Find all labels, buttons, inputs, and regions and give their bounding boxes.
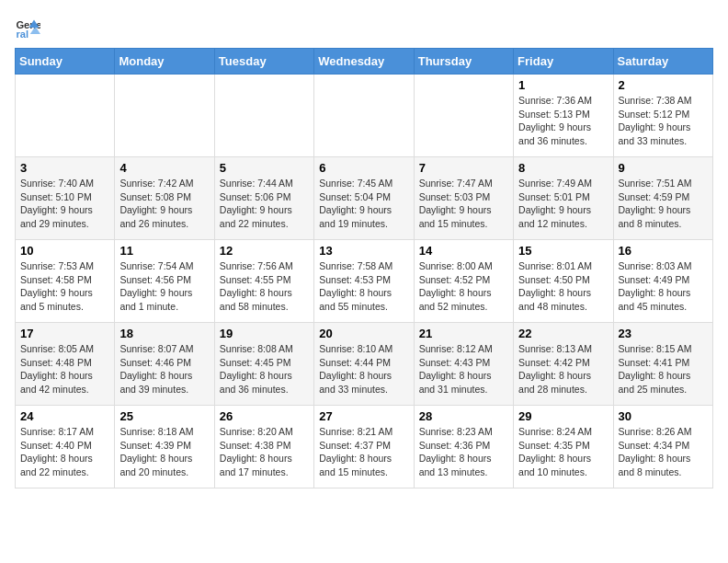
calendar-cell: 19Sunrise: 8:08 AM Sunset: 4:45 PM Dayli… [214,323,313,406]
day-detail: Sunrise: 8:21 AM Sunset: 4:37 PM Dayligh… [319,425,408,479]
calendar-cell: 3Sunrise: 7:40 AM Sunset: 5:10 PM Daylig… [16,157,115,240]
day-number: 26 [220,409,309,423]
day-detail: Sunrise: 8:01 AM Sunset: 4:50 PM Dayligh… [518,259,608,314]
day-detail: Sunrise: 8:07 AM Sunset: 4:46 PM Dayligh… [119,342,209,396]
calendar-cell: 14Sunrise: 8:00 AM Sunset: 4:52 PM Dayli… [414,240,513,323]
day-detail: Sunrise: 8:13 AM Sunset: 4:42 PM Dayligh… [518,342,608,396]
day-detail: Sunrise: 8:23 AM Sunset: 4:36 PM Dayligh… [419,425,508,479]
day-detail: Sunrise: 7:54 AM Sunset: 4:56 PM Dayligh… [119,259,209,314]
day-number: 21 [419,327,508,340]
day-number: 11 [119,244,209,258]
calendar-cell: 12Sunrise: 7:56 AM Sunset: 4:55 PM Dayli… [214,240,313,323]
calendar: SundayMondayTuesdayWednesdayThursdayFrid… [15,48,713,488]
calendar-cell: 18Sunrise: 8:07 AM Sunset: 4:46 PM Dayli… [115,323,214,406]
day-detail: Sunrise: 7:51 AM Sunset: 4:59 PM Dayligh… [619,177,708,231]
day-detail: Sunrise: 8:05 AM Sunset: 4:48 PM Dayligh… [20,342,109,396]
weekday-row: SundayMondayTuesdayWednesdayThursdayFrid… [16,49,713,75]
calendar-cell [214,75,313,157]
day-number: 12 [220,244,309,258]
weekday-header: Friday [514,49,613,75]
weekday-header: Sunday [16,49,115,75]
calendar-cell: 15Sunrise: 8:01 AM Sunset: 4:50 PM Dayli… [514,240,613,323]
day-detail: Sunrise: 8:17 AM Sunset: 4:40 PM Dayligh… [20,425,109,479]
weekday-header: Tuesday [214,49,313,75]
day-detail: Sunrise: 8:20 AM Sunset: 4:38 PM Dayligh… [220,425,309,479]
calendar-header: SundayMondayTuesdayWednesdayThursdayFrid… [16,49,713,75]
day-number: 28 [419,409,508,423]
day-detail: Sunrise: 8:08 AM Sunset: 4:45 PM Dayligh… [220,342,309,396]
header: Gene ral [15,15,713,40]
calendar-cell: 5Sunrise: 7:44 AM Sunset: 5:06 PM Daylig… [214,157,313,240]
calendar-cell: 2Sunrise: 7:38 AM Sunset: 5:12 PM Daylig… [613,75,712,157]
calendar-cell: 10Sunrise: 7:53 AM Sunset: 4:58 PM Dayli… [16,240,115,323]
calendar-cell: 20Sunrise: 8:10 AM Sunset: 4:44 PM Dayli… [314,323,414,406]
calendar-cell: 22Sunrise: 8:13 AM Sunset: 4:42 PM Dayli… [514,323,613,406]
day-number: 5 [220,161,309,175]
day-detail: Sunrise: 7:38 AM Sunset: 5:12 PM Dayligh… [619,94,708,148]
calendar-cell [16,75,115,157]
calendar-cell: 29Sunrise: 8:24 AM Sunset: 4:35 PM Dayli… [514,406,613,488]
day-number: 20 [319,327,408,340]
day-number: 27 [319,409,408,423]
weekday-header: Saturday [613,49,712,75]
day-number: 17 [20,327,109,340]
day-detail: Sunrise: 8:15 AM Sunset: 4:41 PM Dayligh… [619,342,708,396]
day-detail: Sunrise: 7:36 AM Sunset: 5:13 PM Dayligh… [518,94,608,148]
calendar-cell: 24Sunrise: 8:17 AM Sunset: 4:40 PM Dayli… [16,406,115,488]
day-number: 4 [119,161,209,175]
calendar-cell: 7Sunrise: 7:47 AM Sunset: 5:03 PM Daylig… [414,157,513,240]
calendar-week-row: 3Sunrise: 7:40 AM Sunset: 5:10 PM Daylig… [16,157,713,240]
calendar-week-row: 1Sunrise: 7:36 AM Sunset: 5:13 PM Daylig… [16,75,713,157]
day-number: 30 [619,409,708,423]
day-number: 19 [220,327,309,340]
svg-text:ral: ral [16,29,28,40]
calendar-cell [115,75,214,157]
day-detail: Sunrise: 8:18 AM Sunset: 4:39 PM Dayligh… [119,425,209,479]
day-detail: Sunrise: 8:26 AM Sunset: 4:34 PM Dayligh… [619,425,708,479]
day-detail: Sunrise: 7:47 AM Sunset: 5:03 PM Dayligh… [419,177,508,231]
day-number: 7 [419,161,508,175]
day-number: 13 [319,244,408,258]
day-number: 18 [119,327,209,340]
weekday-header: Wednesday [314,49,414,75]
day-detail: Sunrise: 7:49 AM Sunset: 5:01 PM Dayligh… [518,177,608,231]
calendar-cell: 1Sunrise: 7:36 AM Sunset: 5:13 PM Daylig… [514,75,613,157]
day-detail: Sunrise: 8:10 AM Sunset: 4:44 PM Dayligh… [319,342,408,396]
day-number: 3 [20,161,109,175]
logo-icon: Gene ral [15,15,40,40]
calendar-cell [314,75,414,157]
logo: Gene ral [15,15,44,40]
calendar-cell [414,75,513,157]
calendar-week-row: 17Sunrise: 8:05 AM Sunset: 4:48 PM Dayli… [16,323,713,406]
day-detail: Sunrise: 7:58 AM Sunset: 4:53 PM Dayligh… [319,259,408,314]
day-detail: Sunrise: 7:45 AM Sunset: 5:04 PM Dayligh… [319,177,408,231]
calendar-cell: 16Sunrise: 8:03 AM Sunset: 4:49 PM Dayli… [613,240,712,323]
day-number: 16 [619,244,708,258]
calendar-cell: 9Sunrise: 7:51 AM Sunset: 4:59 PM Daylig… [613,157,712,240]
day-detail: Sunrise: 8:03 AM Sunset: 4:49 PM Dayligh… [619,259,708,314]
weekday-header: Thursday [414,49,513,75]
day-detail: Sunrise: 7:42 AM Sunset: 5:08 PM Dayligh… [119,177,209,231]
day-number: 6 [319,161,408,175]
calendar-cell: 25Sunrise: 8:18 AM Sunset: 4:39 PM Dayli… [115,406,214,488]
calendar-cell: 4Sunrise: 7:42 AM Sunset: 5:08 PM Daylig… [115,157,214,240]
calendar-cell: 17Sunrise: 8:05 AM Sunset: 4:48 PM Dayli… [16,323,115,406]
day-number: 10 [20,244,109,258]
day-detail: Sunrise: 7:44 AM Sunset: 5:06 PM Dayligh… [220,177,309,231]
day-number: 2 [619,78,708,92]
weekday-header: Monday [115,49,214,75]
calendar-cell: 28Sunrise: 8:23 AM Sunset: 4:36 PM Dayli… [414,406,513,488]
day-detail: Sunrise: 8:24 AM Sunset: 4:35 PM Dayligh… [518,425,608,479]
day-number: 25 [119,409,209,423]
day-number: 24 [20,409,109,423]
calendar-cell: 23Sunrise: 8:15 AM Sunset: 4:41 PM Dayli… [613,323,712,406]
day-number: 15 [518,244,608,258]
calendar-cell: 27Sunrise: 8:21 AM Sunset: 4:37 PM Dayli… [314,406,414,488]
day-number: 1 [518,78,608,92]
day-detail: Sunrise: 7:53 AM Sunset: 4:58 PM Dayligh… [20,259,109,314]
day-number: 23 [619,327,708,340]
calendar-cell: 8Sunrise: 7:49 AM Sunset: 5:01 PM Daylig… [514,157,613,240]
calendar-week-row: 24Sunrise: 8:17 AM Sunset: 4:40 PM Dayli… [16,406,713,488]
calendar-cell: 6Sunrise: 7:45 AM Sunset: 5:04 PM Daylig… [314,157,414,240]
day-number: 9 [619,161,708,175]
